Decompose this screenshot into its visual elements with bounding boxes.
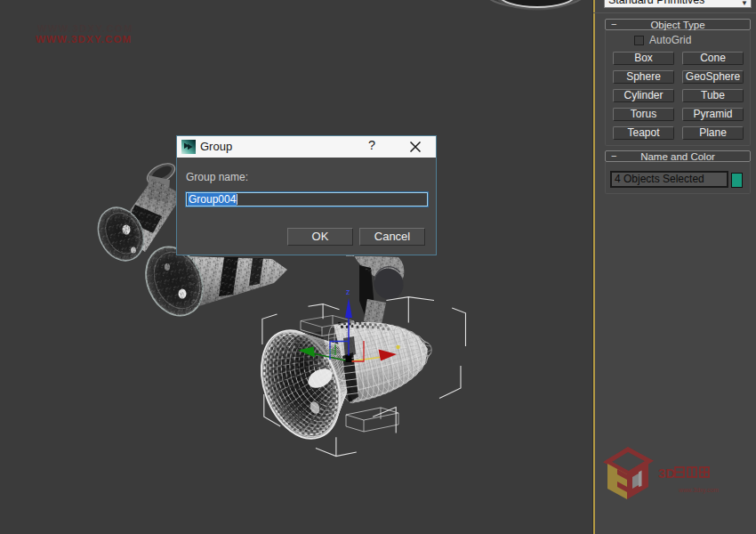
svg-text:z: z [346, 287, 350, 296]
svg-text:WWW.3DXY.COM: WWW.3DXY.COM [37, 23, 133, 34]
svg-text:www.3dxy.com: www.3dxy.com [678, 487, 719, 494]
svg-text:3D: 3D [658, 465, 675, 481]
svg-text:10: 10 [328, 348, 334, 355]
svg-text:WWW.3DXY.COM: WWW.3DXY.COM [36, 34, 132, 44]
